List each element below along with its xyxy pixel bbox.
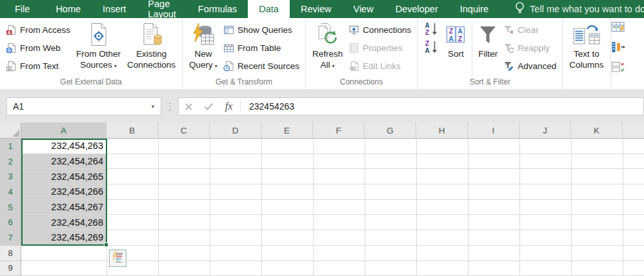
ribbon-group-get-external-data: A From Access From Web From Text	[0, 18, 183, 90]
column-header-e[interactable]: E	[261, 123, 313, 139]
from-table-label: From Table	[237, 43, 281, 53]
empty-cells[interactable]	[106, 261, 644, 276]
select-all-corner[interactable]	[0, 123, 21, 139]
column-header-partial[interactable]	[623, 123, 644, 139]
column-header-b[interactable]: B	[106, 123, 158, 139]
from-other-sources-icon	[88, 21, 110, 48]
ribbon-group-connections: RefreshAll▾ Connections Properties	[306, 18, 418, 90]
tab-page-layout[interactable]: Page Layout	[137, 0, 187, 18]
cell-a6[interactable]: 232,454,268	[21, 215, 106, 230]
formula-input[interactable]: 232454263	[242, 101, 294, 112]
connections-label: Connections	[363, 25, 411, 35]
from-web-icon	[6, 43, 17, 54]
sort-za-icon: ZA	[423, 39, 439, 57]
column-header-h[interactable]: H	[416, 123, 468, 139]
cell-a8[interactable]	[21, 246, 106, 261]
empty-cells[interactable]	[106, 246, 644, 261]
connections-button[interactable]: Connections	[346, 21, 414, 39]
empty-cells[interactable]	[106, 154, 644, 170]
name-box-dropdown-icon[interactable]: ▼	[145, 104, 161, 110]
advanced-filter-button[interactable]: Advanced	[501, 57, 559, 75]
cell-a5[interactable]: 232,454,267	[21, 200, 106, 215]
cell-a4[interactable]: 232,454,266	[21, 184, 106, 200]
from-access-button[interactable]: A From Access	[3, 21, 73, 39]
row-header-6[interactable]: 6	[0, 215, 21, 230]
text-to-columns-button[interactable]: Text toColumns	[566, 20, 607, 70]
cancel-button[interactable]	[179, 98, 199, 115]
cell-a3[interactable]: 232,454,265	[21, 169, 106, 184]
clear-filter-icon	[503, 25, 514, 35]
empty-cells[interactable]	[106, 184, 644, 200]
column-header-f[interactable]: F	[313, 123, 365, 139]
column-header-c[interactable]: C	[158, 123, 210, 139]
existing-connections-icon	[140, 21, 163, 48]
cell-a7[interactable]: 232,454,269	[21, 230, 106, 246]
refresh-all-button[interactable]: RefreshAll▾	[309, 20, 346, 72]
tab-formulas[interactable]: Formulas	[187, 0, 248, 18]
empty-cells[interactable]	[106, 215, 644, 230]
data-tools-clipped-buttons	[611, 18, 628, 90]
row-header-3[interactable]: 3	[0, 169, 21, 184]
tab-developer[interactable]: Developer	[385, 0, 449, 18]
svg-text:A: A	[425, 47, 430, 54]
remove-duplicates-icon[interactable]	[611, 41, 628, 55]
column-header-g[interactable]: G	[365, 123, 416, 139]
empty-cells[interactable]	[106, 200, 644, 215]
row-header-2[interactable]: 2	[0, 154, 21, 170]
from-text-button[interactable]: From Text	[3, 57, 73, 75]
row-header-4[interactable]: 4	[0, 184, 21, 200]
auto-fill-options-button[interactable]	[109, 250, 126, 267]
row-header-7[interactable]: 7	[0, 230, 21, 246]
row-header-1[interactable]: 1	[0, 139, 21, 154]
flash-fill-icon[interactable]	[611, 21, 628, 35]
cell-a2[interactable]: 232,454,264	[21, 154, 106, 170]
ribbon-group-sort-filter: AZ ZA ZAAZ Sort Filt	[418, 18, 563, 90]
enter-button[interactable]	[199, 98, 219, 115]
data-validation-icon[interactable]	[611, 61, 628, 75]
show-queries-label: Show Queries	[237, 25, 292, 35]
svg-text:A: A	[448, 35, 454, 43]
existing-connections-button[interactable]: ExistingConnections	[124, 20, 179, 70]
group-label-get-transform: Get & Transform	[183, 77, 305, 90]
row-header-9[interactable]: 9	[0, 261, 21, 276]
tell-me-box[interactable]: Tell me what you want to do	[515, 0, 644, 18]
row-header-8[interactable]: 8	[0, 246, 21, 261]
column-header-a[interactable]: A	[21, 123, 106, 139]
tab-data[interactable]: Data	[248, 0, 290, 18]
sort-descending-button[interactable]: ZA	[421, 39, 442, 57]
sort-button[interactable]: ZAAZ Sort	[442, 20, 469, 60]
formula-bar[interactable]: fx 232454263	[178, 97, 644, 115]
row-header-5[interactable]: 5	[0, 200, 21, 215]
recent-sources-button[interactable]: Recent Sources	[221, 57, 302, 75]
tab-file[interactable]: File	[0, 0, 45, 18]
show-queries-button[interactable]: Show Queries	[221, 21, 302, 39]
empty-cells[interactable]	[106, 169, 644, 184]
filter-label: Filter	[478, 49, 498, 60]
from-web-button[interactable]: From Web	[3, 39, 73, 57]
fx-icon: fx	[225, 101, 233, 112]
column-header-k[interactable]: K	[571, 123, 623, 139]
fill-handle[interactable]	[104, 242, 108, 247]
formula-bar-grip-icon[interactable]: ⋮	[161, 101, 178, 112]
new-query-button[interactable]: NewQuery▾	[186, 20, 221, 72]
tab-inquire[interactable]: Inquire	[449, 0, 499, 18]
sort-az-icon: AZ	[423, 21, 439, 39]
column-header-i[interactable]: I	[468, 123, 519, 139]
sort-ascending-button[interactable]: AZ	[421, 21, 442, 39]
cell-a9[interactable]	[21, 261, 106, 276]
from-other-sources-button[interactable]: From OtherSources▾	[73, 20, 124, 72]
column-header-j[interactable]: J	[519, 123, 571, 139]
cell-a1[interactable]: 232,454,263	[21, 139, 106, 154]
tab-view[interactable]: View	[342, 0, 384, 18]
empty-cells[interactable]	[106, 230, 644, 246]
tab-home[interactable]: Home	[45, 0, 92, 18]
empty-cells[interactable]	[106, 139, 644, 154]
insert-function-button[interactable]: fx	[219, 98, 239, 115]
column-header-d[interactable]: D	[210, 123, 261, 139]
name-box[interactable]: A1 ▼	[6, 97, 161, 115]
dropdown-arrow-icon: ▾	[215, 63, 217, 69]
tab-review[interactable]: Review	[290, 0, 343, 18]
from-table-button[interactable]: From Table	[221, 39, 302, 57]
tab-insert[interactable]: Insert	[92, 0, 137, 18]
filter-button[interactable]: Filter	[475, 20, 501, 60]
